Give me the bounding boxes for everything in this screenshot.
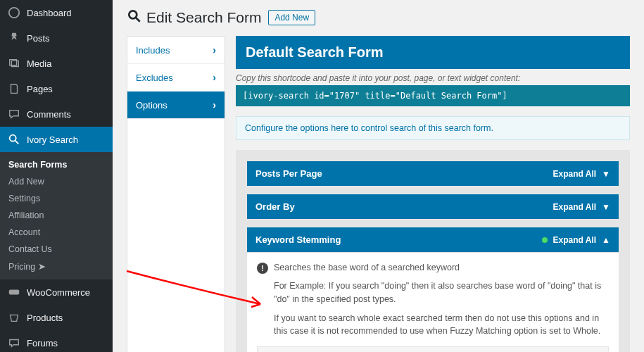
sidebar-item-forums[interactable]: Forums xyxy=(0,330,113,352)
form-main: Default Search Form Copy this shortcode … xyxy=(236,36,630,352)
submenu-account[interactable]: Account xyxy=(0,224,113,241)
page-title: Edit Search Form xyxy=(146,9,261,26)
status-dot-icon xyxy=(542,237,548,243)
accordion-title: Keyword Stemming xyxy=(255,234,341,245)
sidebar-item-dashboard[interactable]: Dashboard xyxy=(0,0,113,25)
tab-label: Includes xyxy=(136,45,170,56)
sidebar-label: Comments xyxy=(27,109,71,120)
info-icon: ! xyxy=(257,263,268,274)
sidebar-item-ivory-search[interactable]: Ivory Search xyxy=(0,127,113,152)
submenu-settings[interactable]: Settings xyxy=(0,190,113,207)
submenu-add-new[interactable]: Add New xyxy=(0,173,113,190)
sidebar-item-posts[interactable]: Posts xyxy=(0,25,113,51)
accordion-order-by[interactable]: Order By Expand All▼ xyxy=(247,194,619,219)
tab-label: Options xyxy=(136,100,168,111)
pin-icon xyxy=(7,31,21,45)
add-new-button[interactable]: Add New xyxy=(268,10,315,25)
accordion-posts-per-page[interactable]: Posts Per Page Expand All▼ xyxy=(247,161,619,186)
stemming-desc: Searches the base word of a searched key… xyxy=(274,263,460,272)
submenu-contact-us[interactable]: Contact Us xyxy=(0,241,113,258)
svg-point-1 xyxy=(10,135,16,142)
woo-icon xyxy=(7,285,21,299)
tab-options[interactable]: Options› xyxy=(127,92,225,119)
sidebar-item-products[interactable]: Products xyxy=(0,305,113,330)
page-header: Edit Search Form Add New xyxy=(127,0,630,36)
tab-label: Excludes xyxy=(136,73,173,83)
sidebar-submenu: Search Forms Add New Settings Affiliatio… xyxy=(0,152,113,279)
options-area: Posts Per Page Expand All▼ Order By Expa… xyxy=(236,150,630,352)
tabs-panel: Includes› Excludes› Options› xyxy=(127,36,225,352)
search-icon xyxy=(127,8,142,26)
pages-icon xyxy=(7,82,21,96)
admin-sidebar: Dashboard Posts Media Pages Comments Ivo… xyxy=(0,0,113,352)
svg-point-3 xyxy=(129,11,137,18)
accordion-title: Order By xyxy=(255,201,295,212)
chevron-right-icon: › xyxy=(213,44,216,56)
tab-excludes[interactable]: Excludes› xyxy=(127,64,225,92)
expand-all-label: Expand All xyxy=(553,235,597,245)
sidebar-item-media[interactable]: Media xyxy=(0,51,113,76)
expand-all-label: Expand All xyxy=(553,169,597,179)
forums-icon xyxy=(7,336,21,350)
accordion-body-keyword-stemming: ! Searches the base word of a searched k… xyxy=(247,252,619,352)
shortcode-box[interactable]: [ivory-search id="1707" title="Default S… xyxy=(236,85,630,106)
tab-includes[interactable]: Includes› xyxy=(127,37,225,64)
sidebar-label: WooCommerce xyxy=(27,287,90,298)
expand-all-label: Expand All xyxy=(553,202,597,212)
stemming-example: For Example: If you search "doing" then … xyxy=(274,279,609,306)
dashboard-icon xyxy=(7,6,21,20)
sidebar-label: Media xyxy=(27,58,51,69)
submenu-search-forms[interactable]: Search Forms xyxy=(0,156,113,173)
products-icon xyxy=(7,310,21,325)
toggle-block: Also search base word of searched keywor… xyxy=(257,346,609,352)
info-bar: Configure the options here to control se… xyxy=(236,116,630,140)
chevron-right-icon: › xyxy=(213,99,216,111)
shortcode-hint: Copy this shortcode and paste it into yo… xyxy=(236,73,630,83)
submenu-affiliation[interactable]: Affiliation xyxy=(0,207,113,224)
sidebar-item-pages[interactable]: Pages xyxy=(0,76,113,101)
sidebar-label: Products xyxy=(27,313,63,323)
form-title-bar: Default Search Form xyxy=(236,36,630,69)
svg-rect-2 xyxy=(9,289,19,294)
accordion-keyword-stemming[interactable]: Keyword Stemming Expand All▲ xyxy=(247,227,619,252)
search-icon xyxy=(7,132,21,146)
sidebar-item-woocommerce[interactable]: WooCommerce xyxy=(0,279,113,305)
sidebar-label: Ivory Search xyxy=(27,134,78,145)
submenu-pricing[interactable]: Pricing ➤ xyxy=(0,258,113,275)
sidebar-label: Pages xyxy=(27,84,53,94)
media-icon xyxy=(7,56,21,70)
chevron-right-icon: › xyxy=(213,72,216,83)
chevron-down-icon: ▼ xyxy=(602,202,610,212)
accordion-title: Posts Per Page xyxy=(255,168,322,179)
comments-icon xyxy=(7,107,21,121)
chevron-down-icon: ▼ xyxy=(602,169,610,179)
stemming-note: If you want to search whole exact search… xyxy=(274,312,609,339)
sidebar-label: Forums xyxy=(27,338,58,348)
sidebar-label: Dashboard xyxy=(27,8,72,18)
chevron-up-icon: ▲ xyxy=(602,235,610,245)
sidebar-label: Posts xyxy=(27,33,50,44)
sidebar-item-comments[interactable]: Comments xyxy=(0,101,113,127)
main-content: Edit Search Form Add New Includes› Exclu… xyxy=(113,0,644,352)
